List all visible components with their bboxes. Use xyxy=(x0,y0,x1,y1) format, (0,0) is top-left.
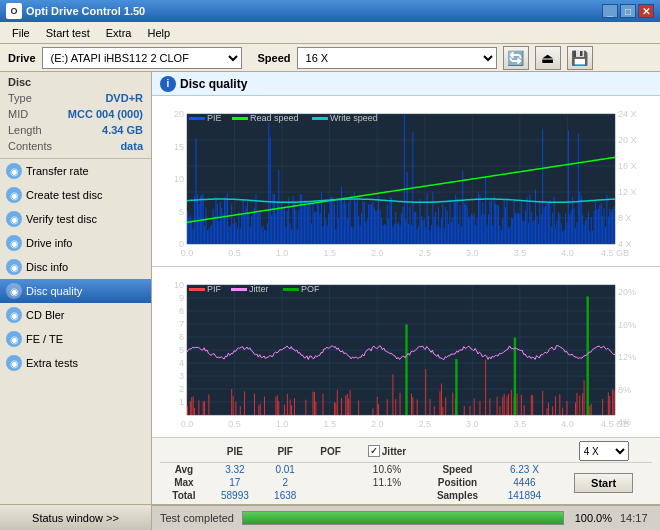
menu-extra[interactable]: Extra xyxy=(98,25,140,41)
create-test-disc-icon: ◉ xyxy=(6,187,22,203)
progress-area: Test completed 100.0% 14:17 xyxy=(152,511,660,525)
status-text: Test completed xyxy=(160,512,234,524)
sidebar-item-label: Verify test disc xyxy=(26,213,97,225)
disc-type-label: Type xyxy=(8,90,32,106)
speed-select[interactable]: 16 X xyxy=(297,47,497,69)
sidebar: Disc Type DVD+R MID MCC 004 (000) Length… xyxy=(0,72,152,504)
stats-table: PIE PIF POF ✓ Jitter 4 X xyxy=(160,440,652,502)
stats-start-btn-cell: Start xyxy=(555,463,652,503)
disc-quality-header: i Disc quality xyxy=(152,72,660,96)
start-button[interactable]: Start xyxy=(574,473,633,493)
stats-max-pie: 17 xyxy=(208,476,262,489)
sidebar-item-label: CD Bler xyxy=(26,309,65,321)
window-controls: _ □ ✕ xyxy=(602,4,654,18)
time-display: 14:17 xyxy=(620,512,652,524)
disc-contents-label: Contents xyxy=(8,138,52,154)
sidebar-item-cd-bler[interactable]: ◉ CD Bler xyxy=(0,303,151,327)
app-title: Opti Drive Control 1.50 xyxy=(26,5,602,17)
status-window-button[interactable]: Status window >> xyxy=(0,505,152,530)
disc-info-icon: ◉ xyxy=(6,259,22,275)
sidebar-item-label: Extra tests xyxy=(26,357,78,369)
stats-col-pie-header: PIE xyxy=(208,440,262,463)
stats-avg-pie: 3.32 xyxy=(208,463,262,477)
minimize-button[interactable]: _ xyxy=(602,4,618,18)
drive-select[interactable]: (E:) ATAPI iHBS112 2 CLOF xyxy=(42,47,242,69)
sidebar-item-label: FE / TE xyxy=(26,333,63,345)
stats-position-val: 4446 xyxy=(494,476,556,489)
sidebar-item-label: Disc quality xyxy=(26,285,82,297)
menu-start-test[interactable]: Start test xyxy=(38,25,98,41)
stats-total-label: Total xyxy=(160,489,208,502)
sidebar-item-disc-quality[interactable]: ◉ Disc quality xyxy=(0,279,151,303)
stats-speed-label: Speed xyxy=(421,463,493,477)
save-button[interactable]: 💾 xyxy=(567,46,593,70)
stats-avg-jitter: 10.6% xyxy=(353,463,422,477)
disc-length-value: 4.34 GB xyxy=(102,122,143,138)
close-button[interactable]: ✕ xyxy=(638,4,654,18)
stats-position-label: Position xyxy=(421,476,493,489)
sidebar-item-verify-test-disc[interactable]: ◉ Verify test disc xyxy=(0,207,151,231)
main-area: Disc Type DVD+R MID MCC 004 (000) Length… xyxy=(0,72,660,504)
disc-contents-value: data xyxy=(120,138,143,154)
progress-percentage: 100.0% xyxy=(572,512,612,524)
app-icon: O xyxy=(6,3,22,19)
sidebar-item-create-test-disc[interactable]: ◉ Create test disc xyxy=(0,183,151,207)
disc-mid-value: MCC 004 (000) xyxy=(68,106,143,122)
verify-test-disc-icon: ◉ xyxy=(6,211,22,227)
progress-bar xyxy=(242,511,564,525)
extra-tests-icon: ◉ xyxy=(6,355,22,371)
transfer-rate-icon: ◉ xyxy=(6,163,22,179)
sidebar-item-transfer-rate[interactable]: ◉ Transfer rate xyxy=(0,159,151,183)
stats-avg-pif: 0.01 xyxy=(262,463,309,477)
stats-total-pif: 1638 xyxy=(262,489,309,502)
disc-section-title: Disc xyxy=(8,76,143,88)
stats-max-pof xyxy=(308,476,352,489)
bottom-chart-canvas xyxy=(152,267,660,437)
disc-quality-icon-header: i xyxy=(160,76,176,92)
drive-info-icon: ◉ xyxy=(6,235,22,251)
menu-help[interactable]: Help xyxy=(139,25,178,41)
sidebar-item-label: Transfer rate xyxy=(26,165,89,177)
stats-col-jitter-header: ✓ Jitter xyxy=(353,440,422,463)
top-chart xyxy=(152,96,660,267)
stats-header-row: PIE PIF POF ✓ Jitter 4 X xyxy=(160,440,652,463)
speed-label: Speed xyxy=(258,52,291,64)
jitter-checkbox[interactable]: ✓ xyxy=(368,445,380,457)
disc-info-section: Disc Type DVD+R MID MCC 004 (000) Length… xyxy=(0,72,151,159)
disc-mid-label: MID xyxy=(8,106,28,122)
refresh-button[interactable]: 🔄 xyxy=(503,46,529,70)
stats-total-pof xyxy=(308,489,352,502)
maximize-button[interactable]: □ xyxy=(620,4,636,18)
status-bar: Status window >> Test completed 100.0% 1… xyxy=(0,504,660,530)
disc-type-value: DVD+R xyxy=(105,90,143,106)
content-area: i Disc quality PIE PIF POF xyxy=(152,72,660,504)
sidebar-item-label: Disc info xyxy=(26,261,68,273)
stats-avg-pof xyxy=(308,463,352,477)
disc-contents-row: Contents data xyxy=(8,138,143,154)
charts-area xyxy=(152,96,660,437)
sidebar-item-label: Create test disc xyxy=(26,189,102,201)
disc-length-row: Length 4.34 GB xyxy=(8,122,143,138)
stats-max-label: Max xyxy=(160,476,208,489)
cd-bler-icon: ◉ xyxy=(6,307,22,323)
stats-max-jitter: 11.1% xyxy=(353,476,422,489)
stats-max-pif: 2 xyxy=(262,476,309,489)
menu-bar: File Start test Extra Help xyxy=(0,22,660,44)
sidebar-item-label: Drive info xyxy=(26,237,72,249)
eject-button[interactable]: ⏏ xyxy=(535,46,561,70)
sidebar-item-fe-te[interactable]: ◉ FE / TE xyxy=(0,327,151,351)
sidebar-item-disc-info[interactable]: ◉ Disc info xyxy=(0,255,151,279)
speed-4x-select[interactable]: 4 X xyxy=(579,441,629,461)
stats-col-speed-val xyxy=(494,440,556,463)
sidebar-item-drive-info[interactable]: ◉ Drive info xyxy=(0,231,151,255)
disc-length-label: Length xyxy=(8,122,42,138)
menu-file[interactable]: File xyxy=(4,25,38,41)
title-bar: O Opti Drive Control 1.50 _ □ ✕ xyxy=(0,0,660,22)
disc-quality-icon: ◉ xyxy=(6,283,22,299)
stats-col-extra: 4 X xyxy=(555,440,652,463)
progress-fill xyxy=(243,512,563,524)
stats-samples-label: Samples xyxy=(421,489,493,502)
sidebar-item-extra-tests[interactable]: ◉ Extra tests xyxy=(0,351,151,375)
stats-total-jitter xyxy=(353,489,422,502)
disc-type-row: Type DVD+R xyxy=(8,90,143,106)
